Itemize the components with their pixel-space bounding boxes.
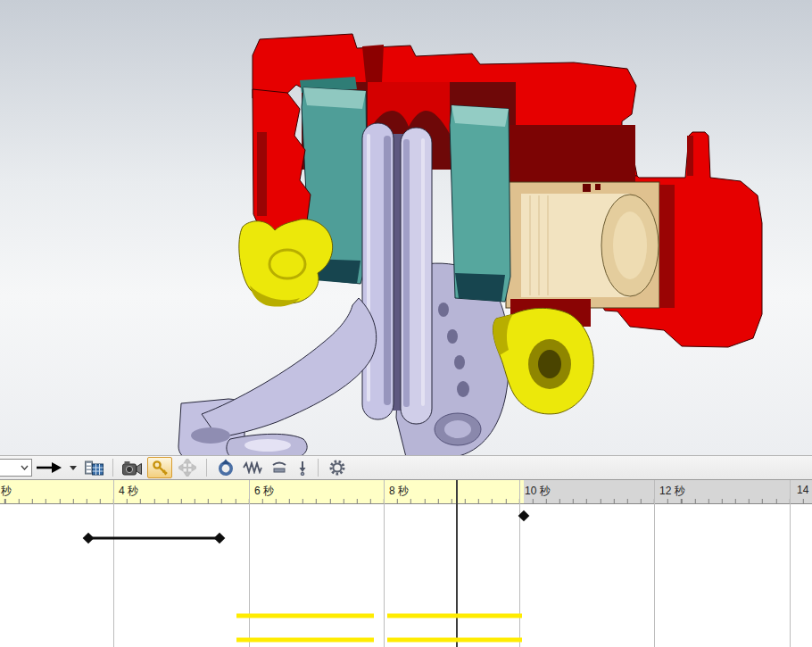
contact-icon[interactable] [268,457,291,478]
toolbar-separator [206,459,207,477]
ruler-time-label: 4 秒 [119,484,138,499]
timeline-body[interactable] [0,504,812,647]
chevron-down-icon [21,465,29,470]
save-animation-icon[interactable] [120,457,144,478]
ruler-time-label: 10 秒 [525,484,551,499]
change-bar [236,614,374,618]
duration-key-point[interactable] [214,533,226,544]
autokey-icon[interactable] [147,457,172,478]
ruler-time-label: 14 [797,484,808,496]
3d-viewport[interactable] [0,0,812,455]
timeline-ruler[interactable]: 秒4 秒6 秒8 秒10 秒12 秒14 [0,480,812,504]
ruler-ticks [0,499,812,503]
timeline: 秒4 秒6 秒8 秒10 秒12 秒14 [0,480,812,647]
change-bar [387,614,522,618]
timeline-gridline [113,480,114,647]
motion-toolbar [0,455,812,480]
ruler-time-label: 12 秒 [659,484,685,499]
timeline-gridline [249,480,250,647]
ruler-time-label: 8 秒 [389,484,409,499]
ruler-time-label: 6 秒 [254,484,274,499]
ruler-time-label: 秒 [1,484,12,499]
calculate-icon[interactable] [82,457,105,478]
timeline-gridline [519,480,520,647]
change-bar [387,638,522,643]
timeline-playhead[interactable] [456,480,458,647]
toolbar-separator [318,459,319,477]
motion-study-properties-icon[interactable] [326,457,349,478]
change-bar [236,638,374,643]
add-key-icon[interactable] [176,457,199,478]
gravity-icon[interactable] [294,457,311,478]
spring-icon[interactable] [241,457,264,478]
play-from-start-icon[interactable] [34,457,64,478]
motor-icon[interactable] [214,457,237,478]
duration-bar[interactable] [88,537,220,540]
toolbar-separator [112,459,113,477]
timeline-gridline [384,480,385,647]
timeline-scale-combobox[interactable] [0,459,32,477]
timeline-gridline [790,480,791,647]
cad-model[interactable] [0,0,812,455]
duration-key-point[interactable] [83,533,95,544]
play-options-dropdown-icon[interactable] [68,457,79,478]
timeline-gridline [654,480,655,647]
